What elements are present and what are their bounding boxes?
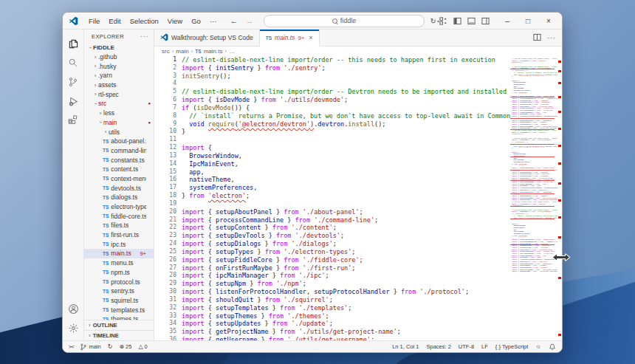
bell-icon[interactable] xyxy=(549,343,556,351)
breadcrumb-item[interactable]: … xyxy=(229,48,235,55)
tree-item-squirrel.ts[interactable]: TSsquirrel.ts xyxy=(84,296,154,306)
explorer-more-actions-icon[interactable]: ··· xyxy=(140,32,149,40)
status-lf[interactable]: LF xyxy=(481,343,488,350)
status-sync[interactable]: ↻ xyxy=(108,343,113,350)
tree-item-utils[interactable]: ›utils xyxy=(84,127,154,137)
feedback-icon[interactable]: ☺ xyxy=(535,343,541,350)
explorer-icon[interactable] xyxy=(64,34,82,53)
nav-forward-button[interactable]: → xyxy=(245,16,253,25)
sync-button[interactable]: ↻▾ xyxy=(430,17,439,25)
tree-item-menu.ts[interactable]: TSmenu.ts xyxy=(84,258,154,268)
tree-item-files.ts[interactable]: TSfiles.ts xyxy=(84,221,154,230)
code-content[interactable]: // eslint-disable-next-line import/order… xyxy=(182,56,510,340)
status-remote[interactable]: >< xyxy=(69,344,73,350)
tree-item-.github[interactable]: ›.github xyxy=(84,52,154,62)
toggle-secondary-sidebar-icon[interactable] xyxy=(481,17,490,25)
tab-main-ts[interactable]: TSmain.ts9+× xyxy=(260,30,320,47)
tree-item-dialogs.ts[interactable]: TSdialogs.ts xyxy=(84,193,154,202)
outline-section[interactable]: › OUTLINE xyxy=(84,320,154,330)
tree-item-first-run.ts[interactable]: TSfirst-run.ts xyxy=(84,230,154,240)
settings-icon[interactable] xyxy=(64,318,82,337)
typescript-file-icon: TS xyxy=(103,241,109,247)
status-ln-1-col-1[interactable]: Ln 1, Col 1 xyxy=(392,343,419,350)
tree-item-sentry.ts[interactable]: TSsentry.ts xyxy=(84,286,154,296)
minimap-error-line xyxy=(510,69,555,69)
menu-edit[interactable]: Edit xyxy=(104,16,125,27)
tree-item-templates.ts[interactable]: TStemplates.ts xyxy=(84,305,154,315)
tree-item-electron-types.ts[interactable]: TSelectron-types.ts xyxy=(84,202,154,212)
tab-walkthrough-setup-vs-code[interactable]: Walkthrough: Setup VS Code xyxy=(154,30,260,46)
tree-item-ipc.ts[interactable]: TSipc.ts xyxy=(84,239,154,249)
tree-item-npm.ts[interactable]: TSnpm.ts xyxy=(84,268,154,278)
breadcrumb-item[interactable]: src xyxy=(162,48,170,55)
search-icon[interactable] xyxy=(64,53,82,72)
status-error[interactable]: ⊗25 xyxy=(119,343,131,350)
minimize-button[interactable]: – xyxy=(497,13,518,28)
tree-item-constants.ts[interactable]: TSconstants.ts xyxy=(84,155,154,165)
overview-ruler-error-mark xyxy=(558,277,561,279)
status-branch[interactable]: main xyxy=(80,343,100,351)
customize-layout-icon[interactable] xyxy=(439,17,447,25)
run-debug-icon[interactable] xyxy=(64,92,82,111)
command-center-search[interactable]: fiddle xyxy=(264,15,424,27)
menu-view[interactable]: View xyxy=(163,16,187,27)
close-button[interactable]: × xyxy=(538,13,559,28)
tree-item-devtools.ts[interactable]: TSdevtools.ts xyxy=(84,183,154,193)
tree-item-content.ts[interactable]: TScontent.ts xyxy=(84,165,154,174)
tree-item-main[interactable]: ›main● xyxy=(84,118,154,128)
status-spaces-2[interactable]: Spaces: 2 xyxy=(426,343,450,350)
menu-[interactable]: ··· xyxy=(205,16,222,27)
extensions-icon[interactable] xyxy=(64,111,82,130)
tree-item-main.ts[interactable]: TSmain.ts9+ xyxy=(84,249,154,258)
tree-item-assets[interactable]: ›assets xyxy=(84,80,154,90)
menu-selection[interactable]: Selection xyxy=(126,16,163,27)
tree-item-protocol.ts[interactable]: TSprotocol.ts xyxy=(84,277,154,286)
breadcrumb-item[interactable]: main xyxy=(176,48,188,55)
tree-item-about-panel.ts[interactable]: TSabout-panel.ts xyxy=(84,137,154,146)
timeline-section[interactable]: › TIMELINE xyxy=(84,330,154,340)
overview-ruler-error-mark xyxy=(558,82,561,84)
toggle-primary-sidebar-icon[interactable] xyxy=(453,17,461,25)
chevron-right-icon: › xyxy=(89,332,91,339)
tree-item-label: electron-types.ts xyxy=(111,203,146,210)
activity-bar xyxy=(63,30,84,340)
tree-item-context-menu.ts[interactable]: TScontext-menu.ts xyxy=(84,174,154,184)
vscode-logo-icon xyxy=(69,16,78,26)
status--typescript[interactable]: { } TypeScript xyxy=(495,343,528,350)
menu-go[interactable]: Go xyxy=(187,16,205,27)
status-warning[interactable]: △0 xyxy=(138,343,147,350)
menu-file[interactable]: File xyxy=(84,16,104,27)
minimap[interactable]: // eslint-disable-next-line import/order… xyxy=(510,56,557,340)
toggle-panel-icon[interactable] xyxy=(467,17,476,25)
minimap-error-line xyxy=(510,244,555,245)
split-editor-icon[interactable] xyxy=(533,31,541,44)
editor-more-actions-icon[interactable]: ··· xyxy=(547,34,556,41)
tree-item-command-line.ts[interactable]: TScommand-line.ts xyxy=(84,146,154,156)
explorer-sidebar: EXPLORER ··· ›FIDDLE›.github›.husky›.yar… xyxy=(84,30,154,340)
typescript-file-icon: TS xyxy=(103,289,109,294)
overview-ruler[interactable] xyxy=(557,56,562,340)
tree-item-.husky[interactable]: ›.husky xyxy=(84,61,154,71)
chevron-down-icon: › xyxy=(97,120,104,126)
tree-item-themes.ts[interactable]: TSthemes.ts xyxy=(84,315,154,320)
breadcrumb-item[interactable]: main.ts xyxy=(204,48,223,55)
code-editor[interactable]: 1234567891011121314151617181920212223242… xyxy=(154,56,562,340)
nav-back-button[interactable]: ← xyxy=(230,16,238,25)
title-bar: FileEditSelectionViewGo··· ← → fiddle ↻▾… xyxy=(63,13,562,30)
tree-item-rtl-spec[interactable]: ›rtl-spec xyxy=(84,89,154,99)
tree-item-.yarn[interactable]: ›.yarn xyxy=(84,71,154,80)
tree-item-src[interactable]: ›src● xyxy=(84,99,154,109)
source-control-icon[interactable] xyxy=(64,72,82,92)
close-tab-icon[interactable]: × xyxy=(309,34,313,41)
search-value: fiddle xyxy=(340,17,357,24)
chevron-right-icon: › xyxy=(92,82,98,89)
status-utf-8[interactable]: UTF-8 xyxy=(459,343,474,350)
tree-item-label: FIDDLE xyxy=(93,44,114,51)
tree-item-fiddle-core.ts[interactable]: TSfiddle-core.ts xyxy=(84,211,154,221)
minimap-error-line xyxy=(510,206,555,207)
maximize-button[interactable]: □ xyxy=(518,13,538,28)
chevron-right-icon: › xyxy=(92,91,98,97)
tree-item-less[interactable]: ›less xyxy=(84,109,154,118)
account-icon[interactable] xyxy=(64,299,82,318)
tree-item-fiddle[interactable]: ›FIDDLE xyxy=(84,43,154,52)
